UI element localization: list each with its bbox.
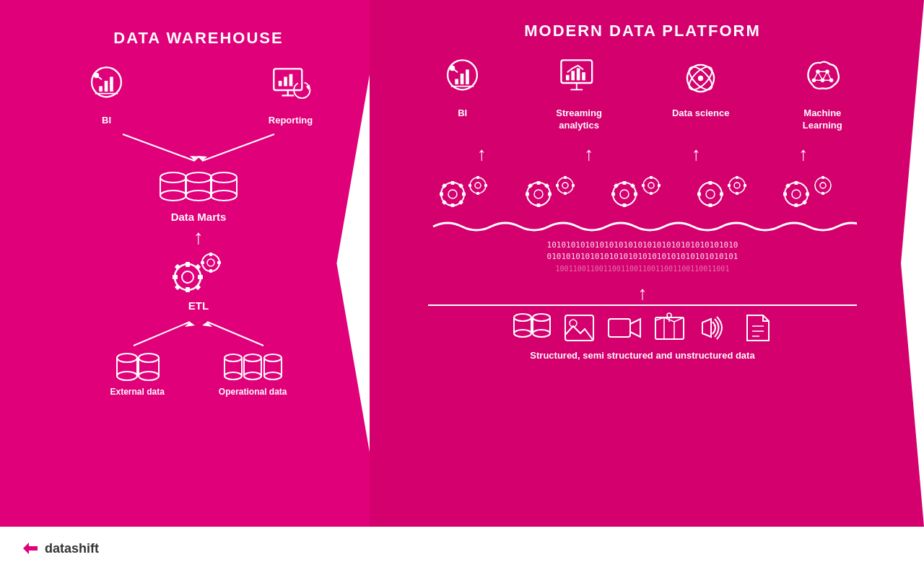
svg-point-70: [264, 372, 282, 380]
svg-rect-103: [451, 181, 455, 185]
svg-rect-114: [476, 192, 479, 195]
svg-rect-168: [821, 192, 824, 195]
bi-icon-left: [83, 62, 130, 109]
svg-point-176: [533, 330, 550, 337]
svg-line-96: [822, 71, 827, 80]
svg-point-62: [225, 372, 242, 380]
etl-icon: [166, 252, 231, 299]
svg-rect-160: [794, 203, 798, 207]
svg-line-95: [818, 71, 823, 80]
svg-point-125: [557, 177, 573, 193]
svg-rect-134: [622, 203, 626, 207]
svg-rect-37: [175, 264, 180, 270]
svg-point-66: [244, 372, 261, 380]
svg-rect-113: [476, 176, 479, 179]
svg-point-140: [648, 183, 654, 188]
gears-5: [778, 172, 850, 212]
binary-line-3: 1001100110011001100110011001100110011001: [547, 263, 738, 274]
svg-point-173: [533, 314, 550, 321]
data-science-icon: [677, 55, 724, 102]
video-icon: [606, 312, 642, 344]
binary-data: 1010101010101010101010101010101010101010…: [547, 240, 738, 274]
svg-line-98: [827, 71, 832, 80]
bottom-line: [428, 304, 857, 306]
structured-db-icon: [513, 312, 552, 344]
svg-rect-143: [642, 184, 645, 187]
svg-point-146: [706, 190, 715, 198]
right-top-icons: BI Streaming analytics: [404, 55, 881, 132]
svg-rect-33: [186, 262, 190, 267]
svg-rect-83: [576, 69, 580, 81]
svg-point-59: [225, 354, 242, 361]
svg-rect-156: [744, 184, 746, 187]
etl-section: ETL: [166, 252, 231, 313]
svg-rect-2: [99, 86, 103, 91]
svg-point-55: [139, 354, 159, 362]
gears-3: [606, 172, 679, 212]
svg-rect-3: [105, 81, 108, 92]
data-marts-icon: [155, 167, 242, 210]
svg-point-165: [815, 177, 831, 193]
machine-learning-icon: [799, 55, 846, 102]
svg-point-126: [562, 183, 568, 188]
svg-rect-44: [209, 269, 212, 273]
svg-point-118: [534, 190, 543, 198]
structured-label: Structured, semi structured and unstruct…: [530, 350, 754, 361]
machine-learning-label: Machine Learning: [803, 108, 842, 132]
svg-point-166: [820, 183, 826, 188]
bi-icon-item-left: BI: [83, 62, 130, 127]
svg-point-27: [211, 172, 237, 183]
svg-rect-142: [650, 192, 653, 195]
svg-rect-105: [440, 192, 443, 196]
svg-rect-115: [468, 184, 471, 187]
gears-2: [520, 172, 593, 212]
arrow-up-4: ↑: [798, 143, 808, 165]
data-marts-label: Data Marts: [171, 210, 227, 224]
svg-rect-82: [571, 71, 575, 80]
svg-point-169: [514, 314, 531, 321]
reporting-label: Reporting: [269, 115, 313, 127]
svg-rect-12: [289, 74, 293, 87]
logo-container: datashift: [22, 540, 99, 557]
arrow-up-1: ↑: [477, 143, 487, 165]
main-container: DATA WAREHOUSE: [0, 0, 924, 527]
svg-rect-74: [461, 74, 464, 84]
svg-rect-127: [564, 176, 567, 179]
bottom-data-icons: [513, 312, 772, 344]
data-science-label: Data science: [672, 108, 730, 120]
svg-rect-159: [794, 181, 798, 185]
svg-point-139: [643, 177, 659, 193]
svg-line-97: [814, 71, 818, 80]
svg-point-132: [620, 190, 629, 198]
svg-point-152: [734, 183, 740, 188]
operational-data-icon: [222, 351, 284, 387]
svg-point-158: [792, 190, 801, 198]
document-icon: [744, 312, 772, 344]
gears-row: [428, 172, 857, 212]
svg-rect-128: [564, 192, 567, 195]
svg-rect-104: [451, 203, 455, 207]
bi-label-right: BI: [458, 108, 467, 120]
data-marts-section: Data Marts: [155, 167, 242, 224]
svg-line-17: [202, 134, 274, 161]
svg-point-23: [186, 172, 212, 183]
svg-rect-81: [565, 75, 569, 80]
svg-rect-136: [634, 192, 637, 196]
diagonal-arrows: [83, 131, 314, 163]
svg-rect-121: [526, 192, 529, 196]
svg-point-172: [514, 330, 531, 337]
svg-rect-73: [455, 79, 458, 84]
svg-point-102: [448, 190, 457, 198]
location-icon: [653, 312, 686, 344]
svg-point-41: [202, 254, 219, 271]
svg-rect-150: [720, 192, 723, 196]
streaming-analytics-item: Streaming analytics: [556, 55, 603, 132]
svg-rect-122: [548, 192, 552, 196]
image-icon: [563, 312, 596, 344]
arrow-up-3: ↑: [692, 143, 701, 165]
svg-rect-45: [201, 261, 204, 264]
svg-rect-11: [284, 76, 287, 86]
up-arrows-row: ↑ ↑ ↑ ↑: [428, 143, 857, 165]
svg-rect-106: [462, 192, 466, 196]
svg-rect-43: [209, 253, 212, 256]
